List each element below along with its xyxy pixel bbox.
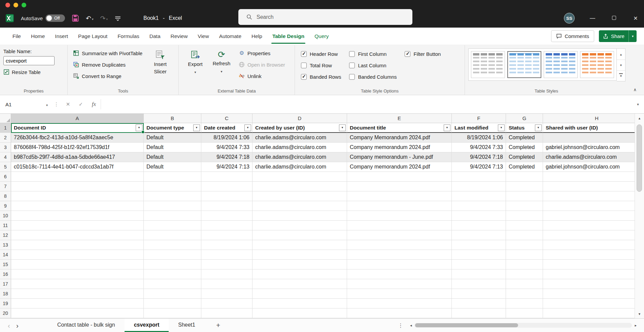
- cell-C1[interactable]: Date created: [201, 123, 252, 133]
- horizontal-scroll-track[interactable]: [414, 323, 632, 328]
- scroll-left-icon[interactable]: [407, 323, 415, 328]
- cell-H12[interactable]: [543, 230, 635, 240]
- column-header-C[interactable]: C: [201, 114, 252, 123]
- cell-B17[interactable]: [144, 279, 201, 289]
- scroll-down-icon[interactable]: [635, 309, 644, 318]
- cell-C2[interactable]: 8/19/2024 1:06: [201, 133, 252, 143]
- table-style-thumb-medium-blue[interactable]: [544, 51, 578, 78]
- unlink-button[interactable]: Unlink: [237, 71, 287, 81]
- cell-F7[interactable]: [452, 182, 506, 191]
- cell-E15[interactable]: [347, 260, 452, 269]
- filter-button-document-title[interactable]: [444, 124, 450, 131]
- cell-D9[interactable]: [252, 201, 347, 211]
- minimize-button[interactable]: —: [589, 15, 596, 21]
- cell-E13[interactable]: [347, 240, 452, 250]
- cell-C9[interactable]: [201, 201, 252, 211]
- cell-A13[interactable]: [11, 240, 144, 250]
- cancel-icon[interactable]: [62, 101, 74, 107]
- previous-sheet-icon[interactable]: [5, 322, 13, 329]
- table-style-thumb-light-plain[interactable]: [471, 51, 505, 78]
- cell-B2[interactable]: Default: [144, 133, 201, 143]
- cell-G18[interactable]: [506, 289, 543, 299]
- share-button[interactable]: Share: [599, 30, 637, 42]
- cell-G9[interactable]: [506, 201, 543, 211]
- cell-G14[interactable]: [506, 250, 543, 260]
- cell-C20[interactable]: [201, 308, 252, 318]
- cell-E19[interactable]: [347, 299, 452, 308]
- scroll-right-icon[interactable]: [632, 323, 639, 328]
- expand-formula-bar-icon[interactable]: [632, 102, 644, 107]
- cell-E17[interactable]: [347, 279, 452, 289]
- checkbox-filter-button[interactable]: Filter Button: [402, 48, 443, 60]
- customize-toolbar-icon[interactable]: [114, 15, 121, 22]
- cell-D19[interactable]: [252, 299, 347, 308]
- row-number-14[interactable]: 14: [0, 250, 11, 260]
- cell-G15[interactable]: [506, 260, 543, 269]
- cell-D20[interactable]: [252, 308, 347, 318]
- cell-E16[interactable]: [347, 269, 452, 279]
- row-number-3[interactable]: 3: [0, 143, 11, 152]
- cell-B20[interactable]: [144, 308, 201, 318]
- cell-D4[interactable]: charlie.adams@circularo.com: [252, 152, 347, 162]
- cell-B12[interactable]: [144, 230, 201, 240]
- cell-A4[interactable]: b987cd5b-29f7-4d8d-a1aa-5dbde66ae417: [11, 152, 144, 162]
- checkbox-header-row[interactable]: Header Row: [298, 48, 344, 60]
- cell-F12[interactable]: [452, 230, 506, 240]
- cell-E8[interactable]: [347, 191, 452, 201]
- sheet-tab-csvexport[interactable]: csvexport: [125, 319, 169, 332]
- formula-input[interactable]: [101, 95, 632, 113]
- cell-A9[interactable]: [11, 201, 144, 211]
- cell-D12[interactable]: [252, 230, 347, 240]
- cell-G10[interactable]: [506, 211, 543, 221]
- cell-G20[interactable]: [506, 308, 543, 318]
- cell-F2[interactable]: 8/19/2024 1:06: [452, 133, 506, 143]
- cell-B9[interactable]: [144, 201, 201, 211]
- column-header-B[interactable]: B: [144, 114, 201, 123]
- cell-H5[interactable]: gabriel.johnson@circularo.com: [543, 162, 635, 172]
- cell-H14[interactable]: [543, 250, 635, 260]
- select-all-corner[interactable]: [0, 114, 11, 123]
- cell-A3[interactable]: 876068f4-798d-425f-b1f2-92ef17539d1f: [11, 143, 144, 152]
- cell-F10[interactable]: [452, 211, 506, 221]
- cell-H3[interactable]: gabriel.johnson@circularo.com: [543, 143, 635, 152]
- cell-B3[interactable]: Default: [144, 143, 201, 152]
- cell-A7[interactable]: [11, 182, 144, 191]
- row-number-18[interactable]: 18: [0, 289, 11, 299]
- cell-H11[interactable]: [543, 221, 635, 230]
- vertical-scroll-track[interactable]: [635, 122, 644, 309]
- cell-B6[interactable]: [144, 172, 201, 182]
- cell-D6[interactable]: [252, 172, 347, 182]
- cell-E7[interactable]: [347, 182, 452, 191]
- cell-D8[interactable]: [252, 191, 347, 201]
- row-number-6[interactable]: 6: [0, 172, 11, 182]
- column-header-G[interactable]: G: [506, 114, 543, 123]
- cell-D1[interactable]: Created by user (ID): [252, 123, 347, 133]
- cell-G3[interactable]: Completed: [506, 143, 543, 152]
- cell-F17[interactable]: [452, 279, 506, 289]
- sheet-tab-contact-table-bulk-sign[interactable]: Contact table - bulk sign: [48, 319, 125, 332]
- cell-D7[interactable]: [252, 182, 347, 191]
- cell-H9[interactable]: [543, 201, 635, 211]
- cell-A18[interactable]: [11, 289, 144, 299]
- cell-E12[interactable]: [347, 230, 452, 240]
- minimize-traffic-light[interactable]: [13, 3, 18, 7]
- cell-C14[interactable]: [201, 250, 252, 260]
- cell-E20[interactable]: [347, 308, 452, 318]
- cell-F4[interactable]: 9/4/2024 7:18: [452, 152, 506, 162]
- row-number-17[interactable]: 17: [0, 279, 11, 289]
- avatar[interactable]: SS: [564, 13, 575, 24]
- cell-B13[interactable]: [144, 240, 201, 250]
- menu-tab-formulas[interactable]: Formulas: [112, 28, 144, 45]
- cell-D18[interactable]: [252, 289, 347, 299]
- cell-D2[interactable]: charlie.adams@circularo.com: [252, 133, 347, 143]
- cell-C4[interactable]: 9/4/2024 7:18: [201, 152, 252, 162]
- search-input[interactable]: Search: [238, 9, 412, 25]
- zoom-traffic-light[interactable]: [22, 3, 26, 7]
- menu-tab-automate[interactable]: Automate: [214, 28, 246, 45]
- menu-tab-page-layout[interactable]: Page Layout: [73, 28, 112, 45]
- save-icon[interactable]: [72, 14, 79, 22]
- insert-function-icon[interactable]: fx: [87, 101, 101, 108]
- close-traffic-light[interactable]: [5, 3, 10, 7]
- cell-H6[interactable]: [543, 172, 635, 182]
- cell-B15[interactable]: [144, 260, 201, 269]
